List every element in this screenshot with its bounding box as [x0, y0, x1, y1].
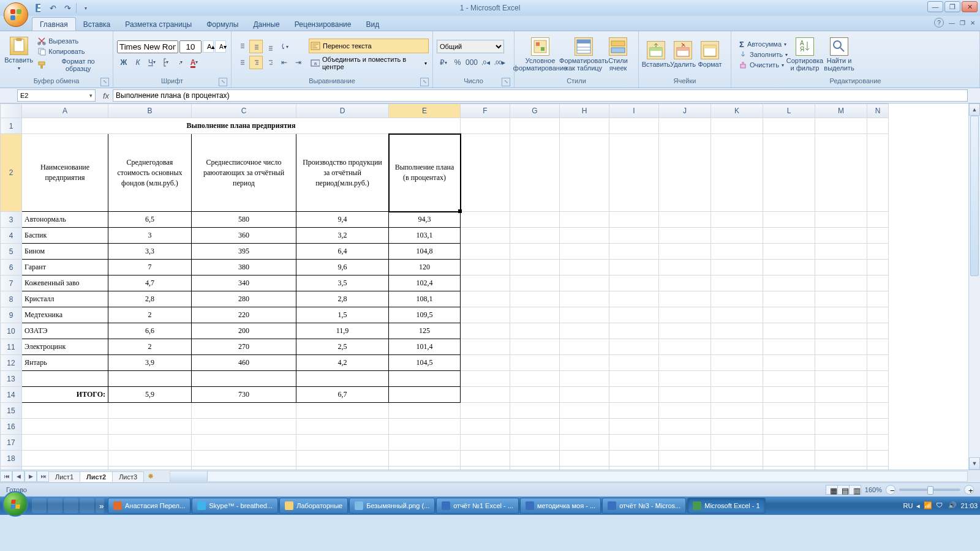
sort-filter-button[interactable]: AЯСортировка и фильтр [788, 37, 822, 72]
row-header-4[interactable]: 4 [1, 228, 22, 244]
row-header-6[interactable]: 6 [1, 260, 22, 276]
increase-indent-button[interactable]: ⇥ [292, 56, 305, 69]
bold-button[interactable]: Ж [117, 56, 130, 69]
decrease-decimal-button[interactable]: ,00▸ [493, 56, 507, 69]
clear-button[interactable]: Очистить▾ [737, 61, 788, 69]
zoom-out-button[interactable]: − [886, 485, 895, 495]
autosum-button[interactable]: ΣАвтосумма▾ [737, 40, 788, 48]
row-header-16[interactable]: 16 [1, 419, 22, 435]
zoom-in-button[interactable]: + [964, 485, 974, 495]
borders-button[interactable]: ▾ [159, 56, 173, 69]
font-size-input[interactable] [179, 40, 202, 53]
clock[interactable]: 21:03 [960, 502, 978, 509]
horizontal-scrollbar[interactable] [170, 471, 968, 482]
delete-cells-button[interactable]: Удалить [669, 41, 696, 68]
taskbar-button[interactable]: Лабораторные [279, 498, 348, 514]
col-header-L[interactable]: L [763, 104, 815, 118]
system-tray[interactable]: RU ◂ 📶 🛡 🔊 21:03 [903, 501, 978, 510]
formula-input[interactable] [113, 89, 968, 102]
col-header-F[interactable]: F [461, 104, 510, 118]
sheet-tab-Лист1[interactable]: Лист1 [48, 471, 80, 482]
col-header-B[interactable]: B [108, 104, 192, 118]
tray-network-icon[interactable]: 📶 [924, 501, 932, 510]
align-bottom-button[interactable] [263, 40, 277, 53]
font-color-button[interactable]: A▾ [187, 56, 201, 69]
maximize-button[interactable]: ❐ [944, 1, 960, 12]
row-header-14[interactable]: 14 [1, 387, 22, 403]
col-header-D[interactable]: D [296, 104, 389, 118]
spreadsheet-grid[interactable]: ABCDEFGHIJKLMN1Выполнение плана предприя… [0, 103, 980, 470]
row-header-18[interactable]: 18 [1, 451, 22, 467]
tab-insert[interactable]: Вставка [76, 18, 118, 31]
tab-data[interactable]: Данные [246, 18, 287, 31]
sheet-tab-Лист3[interactable]: Лист3 [112, 471, 144, 482]
conditional-formatting-button[interactable]: Условное форматирование [518, 37, 562, 72]
cell-E2[interactable]: Выполнение плана (в процентах) [389, 134, 461, 212]
language-indicator[interactable]: RU [903, 502, 913, 509]
number-launcher[interactable]: ⤡ [502, 78, 510, 86]
row-header-10[interactable]: 10 [1, 323, 22, 339]
grow-font-button[interactable]: A▴ [203, 40, 214, 53]
ribbon-minimize-icon[interactable]: — [949, 18, 955, 27]
row-header-12[interactable]: 12 [1, 355, 22, 371]
orientation-button[interactable]: ⤹▾ [277, 40, 291, 53]
row-header-19[interactable]: 19 [1, 467, 22, 470]
undo-icon[interactable]: ↶ [47, 2, 59, 14]
wrap-text-button[interactable]: Перенос текста [309, 39, 429, 53]
tab-home[interactable]: Главная [32, 17, 76, 31]
cut-button[interactable]: Вырезать [36, 37, 109, 45]
col-header-J[interactable]: J [659, 104, 711, 118]
col-header-M[interactable]: M [815, 104, 867, 118]
row-header-13[interactable]: 13 [1, 371, 22, 387]
row-header-1[interactable]: 1 [1, 118, 22, 134]
name-box[interactable]: E2▾ [17, 89, 96, 102]
italic-button[interactable]: К [131, 56, 145, 69]
currency-button[interactable]: ₽▾ [437, 56, 450, 69]
tray-volume-icon[interactable]: 🔊 [948, 501, 957, 510]
taskbar-button[interactable]: Skype™ - breathed... [192, 498, 278, 514]
clipboard-launcher[interactable]: ⤡ [100, 78, 109, 86]
ql-ie-icon[interactable] [80, 498, 94, 513]
find-select-button[interactable]: Найти и выделить [822, 37, 856, 72]
taskbar-button[interactable]: Безымянный.png (... [349, 498, 435, 514]
align-right-button[interactable] [263, 56, 277, 69]
row-header-5[interactable]: 5 [1, 244, 22, 260]
col-header-H[interactable]: H [560, 104, 609, 118]
tab-review[interactable]: Рецензирование [287, 18, 359, 31]
shrink-font-button[interactable]: A▾ [215, 40, 226, 53]
align-top-button[interactable] [235, 40, 249, 53]
cell-title[interactable]: Выполнение плана предприятия [22, 118, 461, 134]
workbook-restore-icon[interactable]: ❐ [960, 18, 965, 27]
col-header-K[interactable]: K [711, 104, 763, 118]
tab-view[interactable]: Вид [358, 18, 386, 31]
col-header-C[interactable]: C [192, 104, 296, 118]
fill-button[interactable]: Заполнить▾ [737, 50, 788, 59]
zoom-slider[interactable] [899, 489, 960, 491]
ql-app3-icon[interactable] [64, 498, 78, 513]
align-center-button[interactable] [249, 56, 263, 69]
taskbar-button[interactable]: Microsoft Excel - 1 [687, 498, 765, 514]
start-button[interactable] [2, 491, 28, 517]
underline-button[interactable]: Ч▾ [145, 56, 159, 69]
col-header-A[interactable]: A [22, 104, 108, 118]
number-format-select[interactable]: Общий [437, 40, 504, 53]
taskbar-button[interactable]: Анастасия Перел... [108, 498, 190, 514]
tab-formulas[interactable]: Формулы [199, 18, 246, 31]
tray-icon[interactable]: ◂ [916, 502, 920, 510]
sheet-nav-next[interactable]: ▶ [24, 471, 37, 482]
decrease-indent-button[interactable]: ⇤ [277, 56, 291, 69]
merge-center-button[interactable]: aОбъединить и поместить в центре▾ [309, 56, 429, 70]
format-cells-button[interactable]: Формат [696, 41, 723, 68]
font-launcher[interactable]: ⤡ [219, 78, 227, 86]
fill-color-button[interactable]: ▾ [173, 56, 187, 69]
cell-styles-button[interactable]: Стили ячеек [605, 37, 631, 72]
font-name-input[interactable] [117, 40, 178, 53]
tray-shield-icon[interactable]: 🛡 [936, 501, 944, 510]
row-header-11[interactable]: 11 [1, 339, 22, 355]
sheet-nav-first[interactable]: ⏮ [0, 471, 12, 482]
vertical-scrollbar[interactable]: ▲ ▼ [968, 103, 980, 470]
ql-switch-icon[interactable] [48, 498, 62, 513]
col-header-E[interactable]: E [389, 104, 461, 118]
comma-button[interactable]: 000 [465, 56, 478, 69]
qat-customize-icon[interactable] [79, 2, 91, 14]
